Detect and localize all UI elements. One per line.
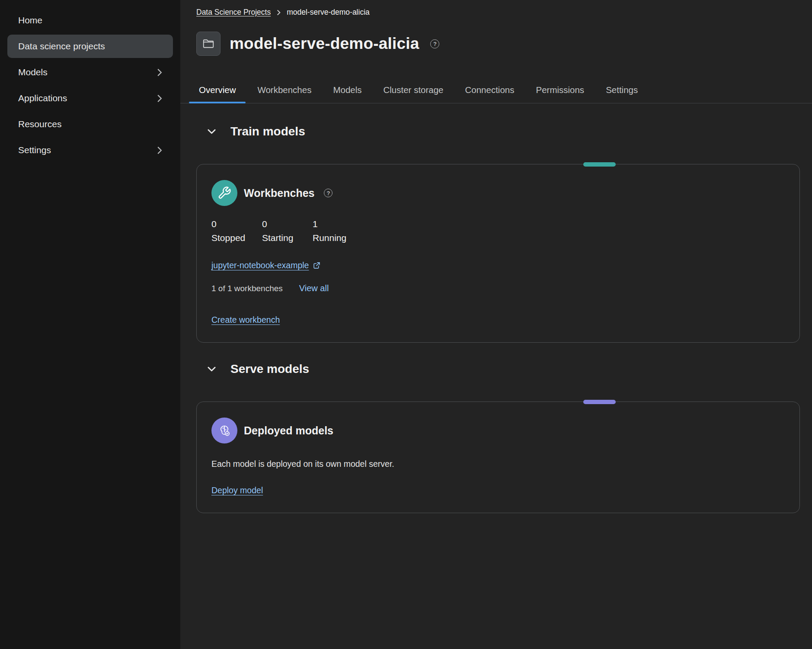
sidebar-item-label: Data science projects xyxy=(18,41,105,51)
teal-accent-pill xyxy=(583,162,616,167)
page-header: model-serve-demo-alicia ? xyxy=(180,32,812,56)
sidebar-item-models[interactable]: Models xyxy=(7,61,173,84)
deploy-model-link[interactable]: Deploy model xyxy=(211,485,263,495)
breadcrumb-parent-link[interactable]: Data Science Projects xyxy=(196,8,271,17)
workbench-count-text: 1 of 1 workbenches xyxy=(211,284,283,293)
workbench-stats: 0 Stopped 0 Starting 1 Running xyxy=(211,219,785,243)
tab-settings[interactable]: Settings xyxy=(595,78,649,103)
sidebar-item-resources[interactable]: Resources xyxy=(7,112,173,136)
stat-label: Running xyxy=(313,233,363,243)
sidebar-item-home[interactable]: Home xyxy=(7,9,173,32)
tab-permissions[interactable]: Permissions xyxy=(525,78,595,103)
tab-workbenches[interactable]: Workbenches xyxy=(246,78,322,103)
tab-models[interactable]: Models xyxy=(322,78,372,103)
section-title-serve-models: Serve models xyxy=(230,362,309,376)
external-link-icon[interactable] xyxy=(313,262,320,269)
sidebar: Home Data science projects Models Applic… xyxy=(0,0,180,649)
help-icon[interactable]: ? xyxy=(430,39,439,48)
create-workbench-link[interactable]: Create workbench xyxy=(211,315,280,324)
main-content: Data Science Projects model-serve-demo-a… xyxy=(180,0,812,649)
tab-overview[interactable]: Overview xyxy=(188,78,246,103)
tab-cluster-storage[interactable]: Cluster storage xyxy=(373,78,454,103)
stat-value: 0 xyxy=(262,219,313,229)
deployed-models-description: Each model is deployed on its own model … xyxy=(211,459,785,469)
chevron-right-icon xyxy=(157,146,162,154)
breadcrumb-chevron-icon xyxy=(277,10,281,16)
chevron-down-icon[interactable] xyxy=(203,361,220,377)
deployed-models-card: Deployed models Each model is deployed o… xyxy=(196,402,800,513)
workbench-link[interactable]: jupyter-notebook-example xyxy=(211,260,309,270)
stat-starting: 0 Starting xyxy=(262,219,313,243)
chevron-right-icon xyxy=(157,68,162,77)
serve-models-section-header: Serve models xyxy=(180,361,812,377)
stat-value: 1 xyxy=(313,219,363,229)
deployed-models-card-wrap: Deployed models Each model is deployed o… xyxy=(180,402,812,513)
tab-bar: Overview Workbenches Models Cluster stor… xyxy=(180,78,812,103)
purple-accent-pill xyxy=(583,400,616,404)
card-title-workbenches: Workbenches xyxy=(244,187,314,199)
chevron-down-icon[interactable] xyxy=(203,123,220,140)
help-icon[interactable]: ? xyxy=(324,189,332,197)
stat-value: 0 xyxy=(211,219,262,229)
sidebar-item-label: Resources xyxy=(18,119,61,129)
brain-check-icon xyxy=(211,418,237,443)
breadcrumb-current: model-serve-demo-alicia xyxy=(287,8,370,17)
page-title: model-serve-demo-alicia xyxy=(230,35,419,53)
tab-connections[interactable]: Connections xyxy=(454,78,525,103)
wrench-icon xyxy=(211,180,237,206)
stat-label: Starting xyxy=(262,233,313,243)
sidebar-item-label: Settings xyxy=(18,145,51,155)
card-title-deployed-models: Deployed models xyxy=(244,424,333,437)
sidebar-item-applications[interactable]: Applications xyxy=(7,87,173,110)
stat-label: Stopped xyxy=(211,233,262,243)
workbenches-card-wrap: Workbenches ? 0 Stopped 0 Starting 1 Run… xyxy=(180,164,812,343)
chevron-right-icon xyxy=(157,94,162,103)
stat-running: 1 Running xyxy=(313,219,363,243)
section-title-train-models: Train models xyxy=(230,125,305,138)
sidebar-item-label: Models xyxy=(18,67,48,77)
stat-stopped: 0 Stopped xyxy=(211,219,262,243)
breadcrumb: Data Science Projects model-serve-demo-a… xyxy=(180,8,812,17)
project-folder-icon xyxy=(196,32,221,56)
workbenches-card: Workbenches ? 0 Stopped 0 Starting 1 Run… xyxy=(196,164,800,343)
sidebar-item-data-science-projects[interactable]: Data science projects xyxy=(7,35,173,58)
view-all-link[interactable]: View all xyxy=(299,283,329,293)
sidebar-item-settings[interactable]: Settings xyxy=(7,138,173,162)
sidebar-item-label: Applications xyxy=(18,93,67,103)
sidebar-item-label: Home xyxy=(18,15,42,26)
train-models-section-header: Train models xyxy=(180,123,812,140)
